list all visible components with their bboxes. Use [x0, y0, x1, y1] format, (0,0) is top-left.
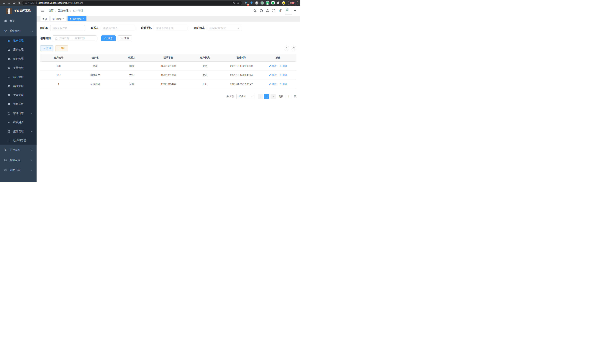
edit-icon: [269, 83, 271, 85]
breadcrumb-item-0[interactable]: 首页: [48, 9, 54, 12]
sidebar-item-14[interactable]: ¥支付管理: [0, 145, 37, 155]
page-size-select[interactable]: 10条/页: [236, 94, 254, 99]
contact-input[interactable]: [101, 25, 135, 31]
browser-menu-icon[interactable]: [296, 1, 297, 4]
user-icon: [7, 48, 11, 51]
sidebar-item-10[interactable]: 审计日志: [0, 109, 37, 118]
sidebar-item-12[interactable]: 短信管理: [0, 127, 37, 136]
extension-y-icon[interactable]: Y: [265, 1, 270, 5]
edit-icon: [269, 74, 271, 76]
url-host: dashboard.yudao.iocoder.cn: [38, 2, 67, 4]
sidebar-item-8[interactable]: 字典管理: [0, 91, 37, 100]
sidebar-item-11[interactable]: 在线用户: [0, 118, 37, 127]
edit-link[interactable]: 修改: [269, 74, 276, 77]
cell-status: 关闭: [187, 71, 223, 80]
status-label: 租户状态: [194, 26, 205, 30]
prev-page-button[interactable]: [258, 94, 263, 99]
sidebar-item-16[interactable]: 研发工具: [0, 165, 37, 175]
share-icon[interactable]: [231, 1, 236, 5]
home-icon[interactable]: [16, 0, 21, 5]
column-header-0: 租户编号: [40, 54, 77, 61]
refresh-table-button[interactable]: [291, 46, 296, 51]
page-1-button[interactable]: 1: [264, 94, 269, 99]
content: 租户名 联系人 联系手机 租户状态 请选择租户状态: [37, 22, 300, 182]
github-icon[interactable]: [259, 9, 263, 13]
status-select[interactable]: 请选择租户状态: [207, 25, 241, 31]
total-count: 共 3 条: [227, 95, 234, 98]
sidebar-item-3[interactable]: 用户管理: [0, 45, 37, 54]
column-header-3: 联系手机: [150, 54, 187, 61]
table-row-2: 1芋道源码芋艿17321315478开启2021-01-05 17:03:47修…: [40, 80, 296, 89]
fullscreen-icon[interactable]: [272, 9, 275, 13]
filter-row-2: 创建时间 开始日期 - 结束日期 搜索: [40, 36, 296, 41]
mobile-input[interactable]: [154, 25, 188, 31]
export-button[interactable]: 导出: [55, 46, 68, 51]
delete-link[interactable]: 删除: [279, 74, 287, 77]
user-menu-caret-icon[interactable]: [294, 10, 296, 11]
app-title: 芋道管理系统: [14, 9, 31, 13]
sidebar-item-6[interactable]: 部门管理: [0, 72, 37, 82]
sms-icon: [7, 130, 11, 133]
delete-link[interactable]: 删除: [279, 64, 287, 67]
tab-2[interactable]: 租户管理×: [67, 16, 86, 21]
sidebar-fold-icon[interactable]: [41, 9, 44, 13]
sidebar-item-7[interactable]: 岗位管理: [0, 82, 37, 91]
post-icon: [7, 84, 11, 88]
reload-icon[interactable]: [11, 0, 16, 5]
sidebar-item-1[interactable]: ⚙系统管理: [0, 26, 37, 36]
sidebar-item-5[interactable]: 菜单管理: [0, 63, 37, 72]
cell-actions: 修改删除: [260, 71, 296, 80]
extension-chat-icon[interactable]: [271, 1, 275, 5]
breadcrumb-item-1[interactable]: 系统管理: [58, 9, 68, 12]
bookmark-star-icon[interactable]: ☆: [236, 1, 240, 5]
date-range-picker[interactable]: 开始日期 - 结束日期: [53, 36, 97, 41]
sidebar-item-9[interactable]: 通知公告: [0, 100, 37, 109]
sidebar-item-4[interactable]: 角色管理: [0, 54, 37, 63]
extensions-puzzle-icon[interactable]: [276, 1, 281, 5]
status-select-placeholder: 请选择租户状态: [209, 26, 226, 30]
sidebar-item-0[interactable]: 首页: [0, 16, 37, 26]
help-icon[interactable]: [266, 9, 269, 13]
back-icon[interactable]: ←: [2, 0, 7, 5]
extension-command-icon[interactable]: ⌘: [254, 1, 259, 5]
tenant-name-label: 租户名: [40, 26, 48, 30]
filter-row-1: 租户名 联系人 联系手机 租户状态 请选择租户状态: [40, 25, 296, 31]
sidebar-item-15[interactable]: 基础设施: [0, 155, 37, 165]
log-icon: [7, 112, 11, 115]
url-bar[interactable]: 不安全 dashboard.yudao.iocoder.cn /system/t…: [22, 1, 242, 5]
cell-name: 测试: [77, 61, 113, 71]
tenant-name-input[interactable]: [50, 25, 85, 31]
close-icon[interactable]: ×: [83, 18, 84, 20]
chrome-update-button[interactable]: 更新: [288, 1, 298, 5]
font-size-icon[interactable]: TT: [278, 9, 282, 13]
edit-link[interactable]: 修改: [269, 83, 276, 86]
tab-1[interactable]: 部门管理×: [50, 16, 66, 21]
user-avatar[interactable]: [285, 7, 292, 14]
date-separator: -: [72, 37, 72, 40]
next-page-button[interactable]: [271, 94, 276, 99]
extension-balloon-icon[interactable]: [249, 1, 254, 5]
extension-grid-icon[interactable]: 10: [244, 1, 248, 5]
hide-search-button[interactable]: [284, 46, 289, 51]
forward-icon[interactable]: →: [7, 0, 11, 5]
cell-contact: 测试: [113, 61, 150, 71]
tenant-table: 租户编号租户名联系人联系手机租户状态创建时间操作 108测试测试15601691…: [40, 54, 296, 89]
sidebar-item-2[interactable]: 租户管理: [0, 36, 37, 45]
tab-0[interactable]: 首页: [40, 16, 49, 21]
security-status[interactable]: 不安全: [25, 1, 35, 4]
edit-link[interactable]: 修改: [269, 64, 276, 67]
search-button[interactable]: 搜索: [101, 36, 116, 41]
header-actions: TT: [250, 7, 296, 14]
goto-page-input[interactable]: [285, 94, 292, 99]
sidebar-item-13[interactable]: 错误码管理: [0, 136, 37, 145]
profile-avatar-icon[interactable]: [281, 1, 286, 5]
delete-link[interactable]: 删除: [279, 83, 287, 86]
reset-button[interactable]: 重置: [118, 36, 132, 41]
add-button[interactable]: ＋ 新增: [40, 46, 53, 51]
close-icon[interactable]: ×: [63, 18, 64, 20]
page-header: 首页/系统管理/租户管理 TT: [37, 6, 300, 16]
extension-record-icon[interactable]: [260, 1, 264, 5]
app-logo[interactable]: 芋道管理系统: [0, 6, 37, 16]
filter-status: 租户状态 请选择租户状态: [194, 25, 241, 31]
search-icon[interactable]: [253, 9, 257, 13]
